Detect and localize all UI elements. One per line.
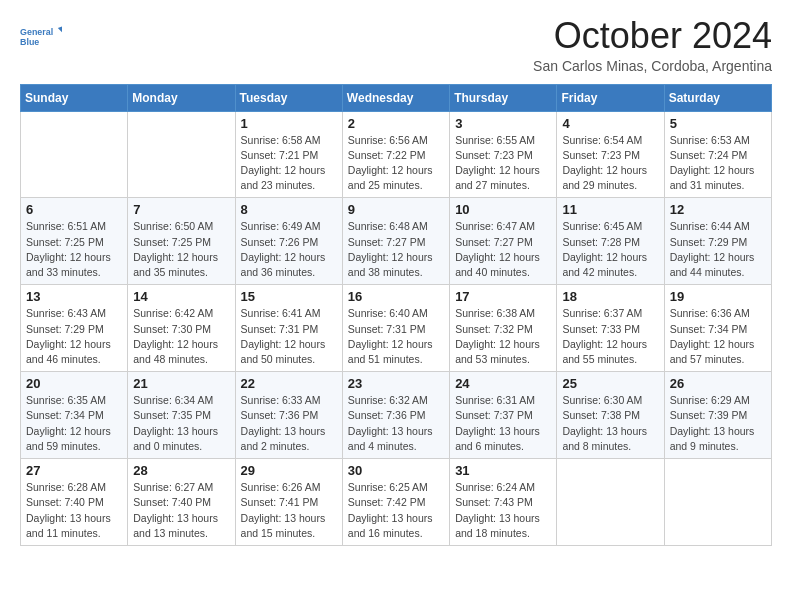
day-info: Sunrise: 6:38 AMSunset: 7:32 PMDaylight:… [455, 306, 551, 367]
weekday-header-sunday: Sunday [21, 84, 128, 111]
calendar-cell: 8Sunrise: 6:49 AMSunset: 7:26 PMDaylight… [235, 198, 342, 285]
week-row-5: 27Sunrise: 6:28 AMSunset: 7:40 PMDayligh… [21, 459, 772, 546]
calendar-cell [664, 459, 771, 546]
calendar-cell: 29Sunrise: 6:26 AMSunset: 7:41 PMDayligh… [235, 459, 342, 546]
calendar-body: 1Sunrise: 6:58 AMSunset: 7:21 PMDaylight… [21, 111, 772, 545]
day-info: Sunrise: 6:33 AMSunset: 7:36 PMDaylight:… [241, 393, 337, 454]
day-info: Sunrise: 6:29 AMSunset: 7:39 PMDaylight:… [670, 393, 766, 454]
calendar-cell [557, 459, 664, 546]
day-info: Sunrise: 6:37 AMSunset: 7:33 PMDaylight:… [562, 306, 658, 367]
weekday-header-wednesday: Wednesday [342, 84, 449, 111]
day-number: 12 [670, 202, 766, 217]
svg-text:Blue: Blue [20, 37, 39, 47]
day-number: 13 [26, 289, 122, 304]
weekday-header-saturday: Saturday [664, 84, 771, 111]
calendar-cell: 18Sunrise: 6:37 AMSunset: 7:33 PMDayligh… [557, 285, 664, 372]
day-number: 31 [455, 463, 551, 478]
calendar-cell: 10Sunrise: 6:47 AMSunset: 7:27 PMDayligh… [450, 198, 557, 285]
day-number: 30 [348, 463, 444, 478]
day-info: Sunrise: 6:42 AMSunset: 7:30 PMDaylight:… [133, 306, 229, 367]
day-number: 14 [133, 289, 229, 304]
calendar-cell: 11Sunrise: 6:45 AMSunset: 7:28 PMDayligh… [557, 198, 664, 285]
calendar-cell: 1Sunrise: 6:58 AMSunset: 7:21 PMDaylight… [235, 111, 342, 198]
weekday-header-tuesday: Tuesday [235, 84, 342, 111]
day-info: Sunrise: 6:51 AMSunset: 7:25 PMDaylight:… [26, 219, 122, 280]
day-number: 24 [455, 376, 551, 391]
day-info: Sunrise: 6:40 AMSunset: 7:31 PMDaylight:… [348, 306, 444, 367]
week-row-2: 6Sunrise: 6:51 AMSunset: 7:25 PMDaylight… [21, 198, 772, 285]
day-number: 6 [26, 202, 122, 217]
header: General Blue October 2024 San Carlos Min… [20, 16, 772, 74]
day-number: 9 [348, 202, 444, 217]
day-info: Sunrise: 6:36 AMSunset: 7:34 PMDaylight:… [670, 306, 766, 367]
calendar-table: SundayMondayTuesdayWednesdayThursdayFrid… [20, 84, 772, 546]
calendar-cell: 20Sunrise: 6:35 AMSunset: 7:34 PMDayligh… [21, 372, 128, 459]
day-info: Sunrise: 6:55 AMSunset: 7:23 PMDaylight:… [455, 133, 551, 194]
day-number: 21 [133, 376, 229, 391]
day-info: Sunrise: 6:47 AMSunset: 7:27 PMDaylight:… [455, 219, 551, 280]
day-number: 4 [562, 116, 658, 131]
day-number: 1 [241, 116, 337, 131]
calendar-cell: 21Sunrise: 6:34 AMSunset: 7:35 PMDayligh… [128, 372, 235, 459]
day-number: 11 [562, 202, 658, 217]
day-number: 15 [241, 289, 337, 304]
week-row-4: 20Sunrise: 6:35 AMSunset: 7:34 PMDayligh… [21, 372, 772, 459]
calendar-cell: 13Sunrise: 6:43 AMSunset: 7:29 PMDayligh… [21, 285, 128, 372]
calendar-cell: 9Sunrise: 6:48 AMSunset: 7:27 PMDaylight… [342, 198, 449, 285]
calendar-cell: 4Sunrise: 6:54 AMSunset: 7:23 PMDaylight… [557, 111, 664, 198]
day-info: Sunrise: 6:27 AMSunset: 7:40 PMDaylight:… [133, 480, 229, 541]
day-info: Sunrise: 6:54 AMSunset: 7:23 PMDaylight:… [562, 133, 658, 194]
day-number: 26 [670, 376, 766, 391]
weekday-header-friday: Friday [557, 84, 664, 111]
header-right: October 2024 San Carlos Minas, Cordoba, … [533, 16, 772, 74]
day-number: 28 [133, 463, 229, 478]
calendar-cell: 2Sunrise: 6:56 AMSunset: 7:22 PMDaylight… [342, 111, 449, 198]
day-info: Sunrise: 6:25 AMSunset: 7:42 PMDaylight:… [348, 480, 444, 541]
day-info: Sunrise: 6:43 AMSunset: 7:29 PMDaylight:… [26, 306, 122, 367]
calendar-cell: 15Sunrise: 6:41 AMSunset: 7:31 PMDayligh… [235, 285, 342, 372]
calendar-cell: 12Sunrise: 6:44 AMSunset: 7:29 PMDayligh… [664, 198, 771, 285]
week-row-1: 1Sunrise: 6:58 AMSunset: 7:21 PMDaylight… [21, 111, 772, 198]
day-info: Sunrise: 6:53 AMSunset: 7:24 PMDaylight:… [670, 133, 766, 194]
svg-marker-2 [58, 26, 62, 32]
logo: General Blue [20, 16, 62, 58]
day-number: 2 [348, 116, 444, 131]
calendar-cell: 14Sunrise: 6:42 AMSunset: 7:30 PMDayligh… [128, 285, 235, 372]
calendar-cell: 16Sunrise: 6:40 AMSunset: 7:31 PMDayligh… [342, 285, 449, 372]
day-info: Sunrise: 6:31 AMSunset: 7:37 PMDaylight:… [455, 393, 551, 454]
day-info: Sunrise: 6:32 AMSunset: 7:36 PMDaylight:… [348, 393, 444, 454]
calendar-cell: 6Sunrise: 6:51 AMSunset: 7:25 PMDaylight… [21, 198, 128, 285]
day-number: 19 [670, 289, 766, 304]
calendar-cell: 5Sunrise: 6:53 AMSunset: 7:24 PMDaylight… [664, 111, 771, 198]
page: General Blue October 2024 San Carlos Min… [0, 0, 792, 612]
calendar-cell: 17Sunrise: 6:38 AMSunset: 7:32 PMDayligh… [450, 285, 557, 372]
day-info: Sunrise: 6:48 AMSunset: 7:27 PMDaylight:… [348, 219, 444, 280]
weekday-header-monday: Monday [128, 84, 235, 111]
calendar-cell: 28Sunrise: 6:27 AMSunset: 7:40 PMDayligh… [128, 459, 235, 546]
calendar-cell: 26Sunrise: 6:29 AMSunset: 7:39 PMDayligh… [664, 372, 771, 459]
calendar-cell: 27Sunrise: 6:28 AMSunset: 7:40 PMDayligh… [21, 459, 128, 546]
calendar-cell: 3Sunrise: 6:55 AMSunset: 7:23 PMDaylight… [450, 111, 557, 198]
day-info: Sunrise: 6:49 AMSunset: 7:26 PMDaylight:… [241, 219, 337, 280]
weekday-header-row: SundayMondayTuesdayWednesdayThursdayFrid… [21, 84, 772, 111]
calendar-cell: 19Sunrise: 6:36 AMSunset: 7:34 PMDayligh… [664, 285, 771, 372]
day-number: 29 [241, 463, 337, 478]
day-number: 16 [348, 289, 444, 304]
day-number: 22 [241, 376, 337, 391]
day-info: Sunrise: 6:30 AMSunset: 7:38 PMDaylight:… [562, 393, 658, 454]
day-number: 25 [562, 376, 658, 391]
day-number: 18 [562, 289, 658, 304]
day-info: Sunrise: 6:45 AMSunset: 7:28 PMDaylight:… [562, 219, 658, 280]
svg-text:General: General [20, 27, 53, 37]
day-info: Sunrise: 6:24 AMSunset: 7:43 PMDaylight:… [455, 480, 551, 541]
day-info: Sunrise: 6:35 AMSunset: 7:34 PMDaylight:… [26, 393, 122, 454]
location: San Carlos Minas, Cordoba, Argentina [533, 58, 772, 74]
day-number: 23 [348, 376, 444, 391]
month-title: October 2024 [533, 16, 772, 56]
day-number: 7 [133, 202, 229, 217]
calendar-cell: 31Sunrise: 6:24 AMSunset: 7:43 PMDayligh… [450, 459, 557, 546]
day-info: Sunrise: 6:28 AMSunset: 7:40 PMDaylight:… [26, 480, 122, 541]
day-info: Sunrise: 6:34 AMSunset: 7:35 PMDaylight:… [133, 393, 229, 454]
logo-svg: General Blue [20, 16, 62, 58]
day-info: Sunrise: 6:26 AMSunset: 7:41 PMDaylight:… [241, 480, 337, 541]
